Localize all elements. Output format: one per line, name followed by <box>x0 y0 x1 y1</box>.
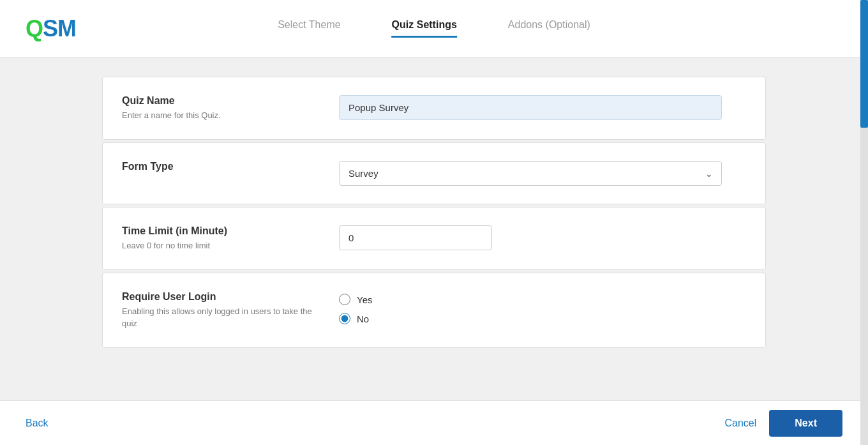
require-login-card: Require User Login Enabling this allows … <box>102 273 766 347</box>
time-limit-card: Time Limit (in Minute) Leave 0 for no ti… <box>102 207 766 270</box>
nav-tabs: Select Theme Quiz Settings Addons (Optio… <box>278 19 590 38</box>
back-button[interactable]: Back <box>26 418 49 429</box>
quiz-name-input-section <box>339 95 746 120</box>
form-type-card: Form Type Survey Quiz Poll ⌄ <box>102 142 766 204</box>
footer: Back Cancel Next <box>0 400 868 445</box>
time-limit-label-section: Time Limit (in Minute) Leave 0 for no ti… <box>122 225 339 252</box>
radio-no-label: No <box>357 313 369 324</box>
logo-sm: SM <box>43 15 76 41</box>
time-limit-input[interactable] <box>339 225 492 250</box>
require-login-hint: Enabling this allows only logged in user… <box>122 306 326 329</box>
logo: QSM <box>26 15 76 42</box>
time-limit-label: Time Limit (in Minute) <box>122 225 326 237</box>
scrollbar-thumb[interactable] <box>860 0 868 128</box>
main-content: Quiz Name Enter a name for this Quiz. Fo… <box>0 57 868 400</box>
tab-quiz-settings[interactable]: Quiz Settings <box>392 19 457 38</box>
quiz-name-card: Quiz Name Enter a name for this Quiz. <box>102 77 766 140</box>
require-login-row: Require User Login Enabling this allows … <box>103 273 765 347</box>
quiz-name-input[interactable] <box>339 95 722 120</box>
quiz-name-hint: Enter a name for this Quiz. <box>122 110 326 121</box>
require-login-input-section: Yes No <box>339 291 746 324</box>
time-limit-input-section <box>339 225 746 250</box>
radio-yes-option[interactable]: Yes <box>339 294 746 305</box>
form-type-select[interactable]: Survey Quiz Poll <box>339 161 722 186</box>
next-button[interactable]: Next <box>769 410 842 437</box>
tab-addons[interactable]: Addons (Optional) <box>508 19 590 38</box>
require-login-label-section: Require User Login Enabling this allows … <box>122 291 339 329</box>
logo-q: Q <box>26 15 43 41</box>
form-type-label-section: Form Type <box>122 161 339 176</box>
time-limit-hint: Leave 0 for no time limit <box>122 240 326 252</box>
time-limit-row: Time Limit (in Minute) Leave 0 for no ti… <box>103 207 765 269</box>
form-type-select-wrapper: Survey Quiz Poll ⌄ <box>339 161 722 186</box>
quiz-name-row: Quiz Name Enter a name for this Quiz. <box>103 77 765 139</box>
quiz-name-label: Quiz Name <box>122 95 326 107</box>
quiz-name-label-section: Quiz Name Enter a name for this Quiz. <box>122 95 339 121</box>
radio-no-input[interactable] <box>339 313 350 324</box>
form-type-row: Form Type Survey Quiz Poll ⌄ <box>103 143 765 204</box>
header: QSM Select Theme Quiz Settings Addons (O… <box>0 0 868 57</box>
footer-right: Cancel Next <box>725 410 843 437</box>
require-login-radio-group: Yes No <box>339 294 746 324</box>
radio-no-option[interactable]: No <box>339 313 746 324</box>
require-login-label: Require User Login <box>122 291 326 303</box>
form-type-input-section: Survey Quiz Poll ⌄ <box>339 161 746 186</box>
tab-select-theme[interactable]: Select Theme <box>278 19 340 38</box>
scrollbar-track[interactable] <box>860 0 868 445</box>
radio-yes-label: Yes <box>357 294 372 305</box>
cancel-button[interactable]: Cancel <box>725 418 757 429</box>
form-type-label: Form Type <box>122 161 326 172</box>
radio-yes-input[interactable] <box>339 294 350 305</box>
